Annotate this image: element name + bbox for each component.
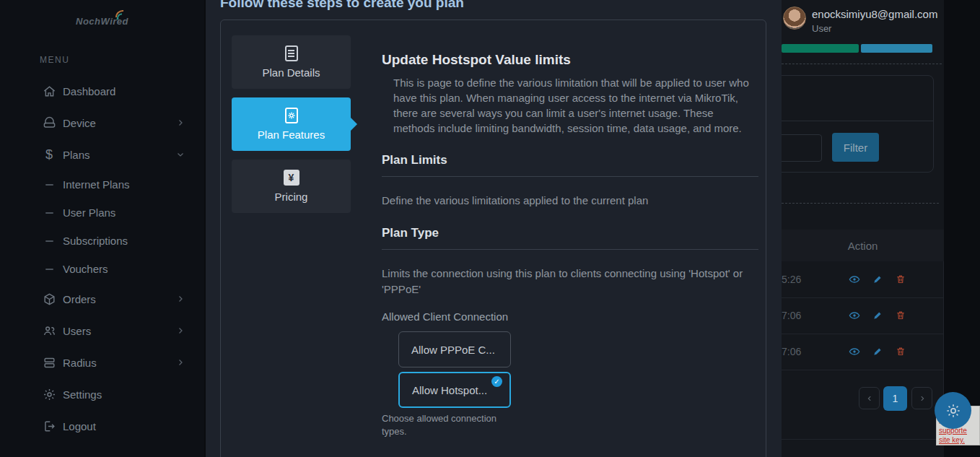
yen-icon: ¥	[284, 170, 299, 186]
selected-check-icon: ✓	[491, 376, 502, 387]
delete-trash-icon[interactable]	[894, 345, 906, 357]
edit-pencil-icon[interactable]	[871, 273, 883, 285]
avatar[interactable]	[783, 6, 806, 30]
dash-icon	[45, 269, 53, 270]
step-pricing[interactable]: ¥ Pricing	[232, 160, 351, 213]
dashed-divider	[782, 64, 942, 64]
card-divider	[782, 121, 933, 121]
recaptcha-error-link[interactable]: site key.	[939, 435, 979, 445]
create-plan-modal: Follow these steps to create you plan Pl…	[206, 0, 782, 457]
page-gutter	[944, 0, 980, 457]
green-action-button[interactable]	[782, 44, 859, 53]
sidebar-item-label: Dashboard	[63, 85, 115, 97]
pagination-page-1[interactable]: 1	[883, 386, 907, 411]
sidebar-item-logout[interactable]: Logout	[0, 410, 204, 442]
dollar-icon: $	[42, 147, 56, 162]
option-label: Allow PPPoE C...	[411, 344, 495, 356]
chevron-right-icon	[176, 326, 185, 335]
divider	[382, 176, 758, 177]
plan-type-title: Plan Type	[382, 226, 758, 240]
table-row: 7:06	[782, 297, 944, 334]
device-icon	[42, 116, 56, 130]
dash-icon	[45, 184, 53, 186]
server-icon	[42, 355, 56, 370]
plan-limits-title: Plan Limits	[382, 153, 758, 167]
package-icon	[42, 292, 56, 306]
option-allow-pppoe[interactable]: Allow PPPoE C...	[398, 331, 511, 367]
sidebar-item-label: Internet Plans	[63, 178, 130, 191]
option-label: Allow Hotspot...	[412, 384, 487, 396]
sidebar-item-label: Radius	[63, 357, 97, 369]
pagination-prev-button[interactable]	[859, 387, 880, 409]
step-plan-details[interactable]: Plan Details	[232, 35, 351, 89]
sidebar-item-orders[interactable]: Orders	[0, 283, 204, 315]
sidebar-item-label: Vouchers	[63, 263, 108, 275]
filter-button[interactable]: Filter	[832, 133, 879, 162]
delete-trash-icon[interactable]	[894, 273, 906, 285]
settings-fab-button[interactable]	[935, 392, 971, 429]
sidebar-item-internet-plans[interactable]: Internet Plans	[0, 170, 204, 199]
sidebar-item-subscriptions[interactable]: Subscriptions	[0, 227, 204, 255]
edit-pencil-icon[interactable]	[871, 309, 883, 321]
sidebar-item-label: Logout	[63, 420, 96, 432]
row-timestamp: 5:26	[782, 274, 801, 285]
step-label: Pricing	[275, 191, 308, 203]
dashed-divider	[782, 203, 939, 204]
logout-icon	[42, 419, 56, 433]
background-page: enocksimiyu8@gmail.com User Filter Actio…	[782, 0, 980, 457]
sidebar-item-label: Orders	[63, 293, 96, 305]
sidebar-item-label: Device	[63, 117, 96, 129]
table-row: 5:26	[782, 261, 944, 298]
sidebar-item-dashboard[interactable]: Dashboard	[0, 75, 204, 107]
pagination-next-button[interactable]	[911, 387, 932, 409]
content-description: This is page to define the various limit…	[393, 75, 758, 136]
sidebar-nav: Dashboard Device $ Plans Internet Plans …	[0, 75, 204, 442]
sidebar-item-vouchers[interactable]: Vouchers	[0, 255, 204, 283]
step-nav: Plan Details Plan Features ¥ Pricing	[232, 35, 351, 213]
view-eye-icon[interactable]	[848, 345, 860, 357]
divider	[382, 249, 758, 250]
filter-input[interactable]	[782, 134, 822, 162]
delete-trash-icon[interactable]	[894, 309, 906, 321]
sidebar-item-label: Settings	[63, 388, 102, 401]
plan-limits-description: Define the various limitations applied t…	[382, 193, 758, 209]
step-plan-features[interactable]: Plan Features	[232, 97, 351, 151]
table-action-header: Action	[782, 230, 944, 261]
sidebar-item-label: Subscriptions	[63, 235, 128, 247]
home-icon	[42, 84, 56, 98]
sidebar-item-label: Plans	[63, 149, 90, 161]
sidebar-item-label: User Plans	[63, 206, 115, 219]
connection-options: Allow PPPoE C... Allow Hotspot... ✓	[398, 331, 511, 408]
connection-helper-text: Choose allowed connection types.	[382, 412, 504, 438]
step-label: Plan Features	[258, 129, 325, 141]
user-role: User	[812, 23, 831, 34]
sidebar: NochWired MENU Dashboard Device $ Plans	[0, 0, 204, 457]
edit-pencil-icon[interactable]	[871, 345, 883, 357]
allowed-client-connection-label: Allowed Client Connection	[382, 310, 758, 323]
sidebar-item-plans[interactable]: $ Plans	[0, 139, 204, 170]
sidebar-item-settings[interactable]: Settings	[0, 378, 204, 410]
table-row: 7:06	[782, 334, 944, 370]
chevron-right-icon	[176, 118, 185, 127]
view-eye-icon[interactable]	[848, 309, 860, 321]
blue-action-button[interactable]	[861, 44, 932, 53]
document-lines-icon	[285, 45, 298, 61]
modal-title: Follow these steps to create you plan	[220, 0, 464, 11]
app-logo: NochWired	[0, 0, 204, 43]
dash-icon	[45, 212, 53, 214]
chevron-right-icon	[176, 295, 185, 303]
view-eye-icon[interactable]	[848, 273, 860, 285]
sidebar-item-radius[interactable]: Radius	[0, 347, 204, 378]
chevron-down-icon	[176, 150, 185, 159]
dash-icon	[45, 240, 53, 242]
sidebar-item-device[interactable]: Device	[0, 107, 204, 139]
option-allow-hotspot[interactable]: Allow Hotspot... ✓	[398, 372, 511, 408]
gear-icon	[42, 387, 56, 401]
sidebar-item-user-plans[interactable]: User Plans	[0, 199, 204, 227]
sidebar-item-users[interactable]: Users	[0, 315, 204, 347]
users-icon	[42, 323, 56, 338]
chevron-right-icon	[176, 358, 185, 367]
wifi-arcs-icon	[113, 9, 126, 20]
user-email: enocksimiyu8@gmail.com	[812, 8, 937, 20]
content-heading: Update Hostspot Value limits	[382, 52, 758, 68]
